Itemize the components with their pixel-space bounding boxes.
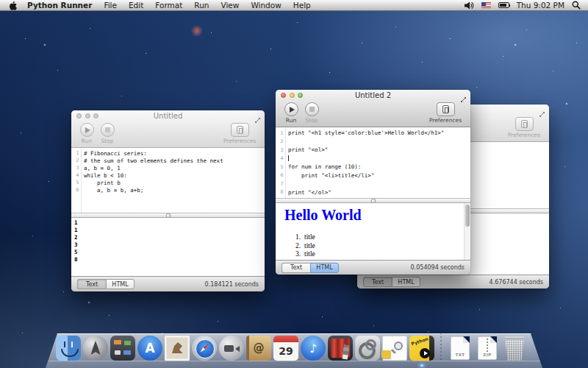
battery-icon[interactable]	[498, 2, 509, 8]
html-mode-button[interactable]: HTML	[392, 277, 420, 287]
code-line: 3print "<ol>"	[276, 146, 470, 155]
stop-button[interactable]: Stop	[96, 123, 118, 144]
dock-itunes-icon[interactable]	[301, 336, 326, 361]
dock-trash-icon[interactable]	[502, 336, 527, 361]
spotlight-icon[interactable]	[572, 1, 581, 10]
rendered-h1: Hello World	[284, 207, 462, 224]
preferences-icon	[442, 105, 449, 113]
running-indicator-light	[420, 364, 424, 367]
output-line: 2	[71, 234, 265, 241]
window-untitled: Untitled Run Stop Preferences	[71, 110, 265, 291]
code-line: 8print "</ol>"	[276, 188, 470, 197]
code-line: 2	[276, 138, 470, 146]
menu-format[interactable]: Format	[155, 1, 182, 10]
html-output-view[interactable]: Hello World 1.title 2.title 3.title 4.ti…	[276, 203, 470, 260]
menu-app-name[interactable]: Python Runner	[27, 1, 92, 10]
html-mode-button[interactable]: HTML	[310, 263, 339, 273]
dock-zip-document-icon[interactable]: ZIP	[475, 336, 500, 361]
splitter-handle[interactable]	[276, 198, 470, 203]
window1-header[interactable]: Untitled Run Stop Preferences	[71, 110, 265, 148]
preferences-button[interactable]: Preferences	[219, 123, 260, 144]
dock-mission-control-icon[interactable]	[110, 336, 135, 361]
menu-help[interactable]: Help	[293, 1, 311, 10]
window-title: Untitled 2	[355, 91, 391, 99]
preferences-button[interactable]: Preferences	[425, 102, 466, 124]
stop-button[interactable]: Stop	[301, 102, 323, 124]
dock-finder-icon[interactable]	[56, 336, 81, 361]
code-line: 2# the sum of two elements defines the n…	[71, 157, 265, 164]
dock-app-store-icon[interactable]	[137, 336, 162, 361]
vertical-scrollbar[interactable]	[464, 203, 470, 260]
dock-system-preferences-icon[interactable]	[355, 336, 380, 361]
code-editor[interactable]: 1# Fibonacci series: 2# the sum of two e…	[71, 148, 265, 213]
dock-facetime-icon[interactable]	[219, 336, 244, 361]
text-mode-button[interactable]: Text	[363, 277, 392, 287]
output-mode-toggle: Text HTML	[282, 263, 339, 273]
window2-footer: Text HTML 0.054094 seconds	[276, 260, 470, 275]
minimize-button[interactable]	[290, 93, 295, 98]
close-button[interactable]	[76, 113, 82, 118]
code-line: 4	[276, 155, 470, 163]
apple-menu-icon[interactable]	[9, 1, 17, 10]
play-icon	[85, 127, 90, 133]
rendered-list-item: 3.title	[284, 250, 462, 259]
input-language-flag-icon[interactable]	[481, 2, 491, 8]
output-line: 3	[71, 241, 265, 249]
dock-document-search-icon[interactable]	[382, 336, 407, 361]
dock-python-runner-icon[interactable]: Python	[409, 336, 434, 361]
dock-launchpad-icon[interactable]	[83, 336, 108, 361]
menu-clock[interactable]: Thu 9:02 PM	[517, 1, 564, 10]
window-title: Untitled	[154, 112, 183, 120]
code-line: 1print "<h1 style='color:blue'>Hello Wor…	[276, 129, 470, 138]
menu-edit[interactable]: Edit	[129, 1, 143, 10]
html-mode-button[interactable]: HTML	[106, 279, 135, 289]
window2-header[interactable]: Untitled 2 Run Stop Preferences	[276, 90, 470, 127]
output-line: 8	[71, 256, 265, 263]
execution-time: 4.676744 seconds	[490, 279, 543, 286]
text-mode-button[interactable]: Text	[77, 279, 106, 289]
code-line: 1# Fibonacci series:	[71, 149, 265, 157]
preferences-icon	[237, 126, 243, 134]
code-line: 5for num in range (10):	[276, 163, 470, 171]
execution-time: 0.054094 seconds	[411, 264, 465, 271]
dock-mail-icon[interactable]	[165, 336, 190, 361]
run-button[interactable]: Run	[280, 102, 302, 124]
menu-window[interactable]: Window	[251, 1, 281, 10]
dock-txt-document-icon[interactable]: TXT	[448, 336, 473, 361]
text-cursor	[285, 155, 470, 163]
output-mode-toggle: Text HTML	[77, 279, 135, 289]
play-icon	[290, 107, 295, 113]
text-mode-button[interactable]: Text	[282, 263, 310, 273]
menu-bar: Python Runner File Edit Format Run View …	[0, 0, 588, 11]
desktop: Python Runner File Edit Format Run View …	[0, 0, 588, 368]
calendar-date: 29	[273, 343, 298, 359]
code-line: 4while b < 10:	[71, 171, 265, 179]
run-button[interactable]: Run	[76, 123, 98, 144]
menu-run[interactable]: Run	[194, 1, 209, 10]
menu-view[interactable]: View	[220, 1, 239, 10]
menu-file[interactable]: File	[104, 1, 117, 10]
preferences-button[interactable]: Preferences	[503, 117, 545, 138]
python-runner-label: Python	[411, 336, 429, 346]
code-editor[interactable]: 1print "<h1 style='color:blue'>Hello Wor…	[276, 127, 470, 198]
output-view[interactable]: 1 1 2 3 5 8	[71, 218, 265, 276]
zoom-button[interactable]	[93, 113, 98, 118]
execution-time: 0.184121 seconds	[205, 281, 259, 288]
splitter-handle[interactable]	[71, 213, 265, 218]
close-button[interactable]	[281, 93, 286, 98]
minimize-button[interactable]	[85, 113, 90, 118]
code-line: 3a, b = 0, 1	[71, 164, 265, 171]
dock-safari-icon[interactable]	[192, 336, 217, 361]
scrollbar-thumb[interactable]	[465, 205, 470, 227]
volume-icon[interactable]	[465, 1, 474, 10]
window-untitled-2: Untitled 2 Run Stop Preferences	[276, 90, 470, 275]
rendered-list-item: 4.title	[284, 259, 462, 261]
dock-address-book-icon[interactable]	[246, 336, 271, 361]
zoom-button[interactable]	[298, 93, 303, 98]
dock-photo-booth-icon[interactable]	[328, 336, 353, 361]
output-line: 5	[71, 249, 265, 256]
dock-ical-icon[interactable]: 29	[273, 336, 298, 361]
code-line: 7	[276, 180, 470, 188]
code-line: 5 print b	[71, 179, 265, 186]
window3-footer: Text HTML 4.676744 seconds	[357, 275, 549, 289]
